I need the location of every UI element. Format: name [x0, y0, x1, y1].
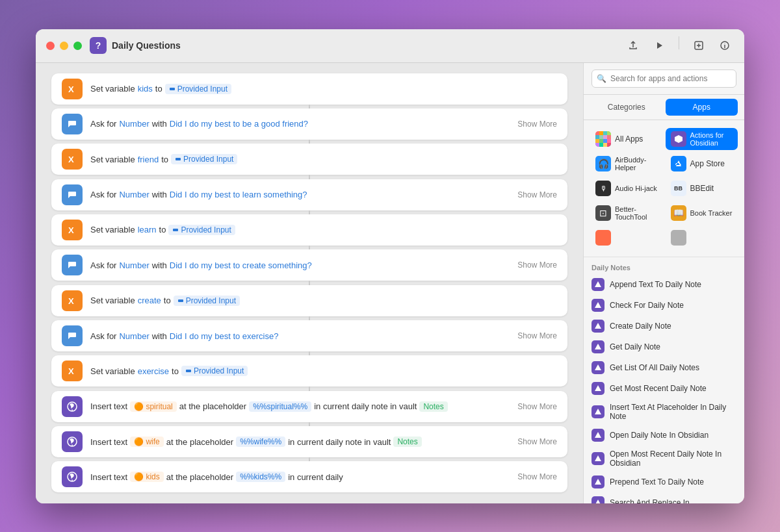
step-content: Ask for Number with Did I do my best to …	[90, 119, 510, 129]
minimize-button[interactable]	[60, 42, 68, 50]
step-content: Set variable create to Provided Input	[90, 296, 557, 306]
show-more-btn[interactable]: Show More	[517, 190, 557, 199]
svg-rect-17	[599, 131, 603, 135]
step-icon-ask	[62, 114, 83, 134]
step-content: Set variable kids to Provided Input	[90, 84, 557, 94]
svg-marker-0	[657, 42, 662, 49]
airbuddy-icon: 🎧	[595, 156, 611, 171]
action-icon	[592, 340, 604, 353]
more-app-icon1	[595, 230, 611, 246]
svg-rect-16	[595, 131, 599, 135]
action-insert-placeholder[interactable]: Insert Text At Placeholder In Daily Note	[584, 399, 744, 425]
sidebar-item-obsidian[interactable]: Actions for Obsidian	[666, 128, 738, 150]
step-content: Insert text 🟠 kids at the placeholder %%…	[90, 472, 510, 482]
action-check-daily[interactable]: Check For Daily Note	[584, 295, 744, 316]
add-to-dock-button[interactable]	[690, 36, 708, 55]
action-label: Get Most Recent Daily Note	[610, 384, 707, 393]
allapps-icon	[595, 131, 611, 147]
input-chip: Provided Input	[168, 225, 235, 235]
step-set-variable-create: X Set variable create to Provided Input	[51, 285, 567, 316]
svg-text:X: X	[68, 296, 74, 306]
show-more-btn[interactable]: Show More	[517, 472, 557, 481]
show-more-btn[interactable]: Show More	[517, 260, 557, 270]
maximize-button[interactable]	[73, 42, 82, 50]
bbedit-icon: BB	[671, 181, 686, 196]
more-app-icon2	[671, 230, 686, 246]
connector	[309, 386, 310, 390]
action-get-most-recent[interactable]: Get Most Recent Daily Note	[584, 378, 744, 399]
action-create-daily[interactable]: Create Daily Note	[584, 316, 744, 336]
play-button[interactable]	[650, 36, 668, 55]
show-more-btn[interactable]: Show More	[517, 437, 557, 446]
action-get-daily[interactable]: Get Daily Note	[584, 336, 744, 357]
step-text2: to	[155, 84, 162, 94]
tab-apps[interactable]: Apps	[666, 99, 738, 116]
action-icon	[592, 475, 604, 488]
sidebar-content: All Apps Actions for Obsidian 🎧	[584, 120, 744, 503]
connector	[309, 105, 310, 108]
step-content: Set variable learn to Provided Input	[90, 225, 557, 235]
input-chip: Provided Input	[174, 296, 240, 306]
sidebar-item-bettertouchtool[interactable]: ⊡ Better-TouchTool	[590, 202, 663, 224]
show-more-btn[interactable]: Show More	[517, 402, 557, 411]
svg-rect-20	[595, 135, 599, 139]
action-label: Search And Replace In	[610, 498, 690, 503]
svg-text:X: X	[68, 366, 74, 376]
obsidian-icon	[671, 131, 686, 147]
input-chip: Provided Input	[181, 366, 248, 376]
svg-rect-19	[607, 131, 611, 135]
show-more-btn[interactable]: Show More	[517, 331, 557, 340]
share-button[interactable]	[624, 36, 642, 55]
close-button[interactable]	[46, 42, 55, 50]
app-label: Book Tracker	[690, 209, 733, 217]
svg-rect-22	[603, 135, 607, 139]
variable-type: Number	[119, 331, 149, 341]
action-label: Prepend Text To Daily Note	[610, 477, 704, 487]
question-text: Did I do my best to learn something?	[170, 190, 307, 199]
sidebar-item-booktracker[interactable]: 📖 Book Tracker	[666, 202, 738, 224]
step-text: Set variable	[90, 296, 135, 305]
tab-categories[interactable]: Categories	[590, 99, 663, 116]
titlebar-actions	[624, 36, 734, 55]
action-get-list-all[interactable]: Get List Of All Daily Notes	[584, 357, 744, 378]
action-open-daily[interactable]: Open Daily Note In Obsidian	[584, 425, 744, 446]
action-icon	[592, 496, 604, 503]
input-chip: Provided Input	[171, 154, 237, 164]
action-append-text[interactable]: Append Text To Daily Note	[584, 274, 744, 295]
info-button[interactable]	[716, 36, 734, 55]
sidebar-item-bbedit[interactable]: BB BBEdit	[666, 177, 738, 199]
action-label: Open Most Recent Daily Note In Obsidian	[610, 450, 736, 468]
workflow-panel: X Set variable kids to Provided Input	[36, 63, 583, 503]
search-input[interactable]	[592, 70, 736, 88]
connector	[309, 175, 310, 179]
action-label: Insert Text At Placeholder In Daily Note	[610, 403, 736, 421]
bettertouchtool-icon: ⊡	[595, 205, 611, 221]
variable-name: kids	[138, 84, 153, 94]
action-open-most-recent[interactable]: Open Most Recent Daily Note In Obsidian	[584, 446, 744, 472]
sidebar-item-appstore[interactable]: App Store	[666, 153, 738, 175]
main-content: X Set variable kids to Provided Input	[36, 63, 744, 503]
svg-rect-10	[178, 299, 183, 302]
step-text3: in current daily note in vault	[314, 401, 417, 411]
sidebar-item-audiohijack[interactable]: 🎙 Audio Hi-jack	[590, 177, 663, 199]
sidebar-item-airbuddy[interactable]: 🎧 AirBuddy-Helper	[590, 153, 663, 175]
step-text2: with	[152, 331, 167, 341]
appstore-icon	[671, 156, 686, 171]
sidebar-item-more1[interactable]	[590, 227, 663, 249]
step-ask-create: Ask for Number with Did I do my best to …	[51, 249, 567, 281]
sidebar-item-allapps[interactable]: All Apps	[590, 128, 663, 150]
step-content: Ask for Number with Did I do my best to …	[90, 190, 510, 199]
step-set-variable-kids: X Set variable kids to Provided Input	[51, 73, 567, 105]
daily-notes-header: Daily Notes	[584, 260, 744, 274]
variable-type: Number	[119, 260, 149, 270]
step-text2: with	[152, 190, 167, 199]
action-label: Open Daily Note In Obsidian	[610, 431, 708, 440]
show-more-btn[interactable]: Show More	[517, 120, 557, 129]
step-text: Ask for	[90, 260, 116, 270]
action-search-replace[interactable]: Search And Replace In	[584, 492, 744, 503]
search-bar: 🔍	[584, 63, 744, 95]
svg-rect-6	[176, 158, 181, 160]
sidebar-item-more2[interactable]	[666, 227, 738, 249]
step-text3: in current daily note in vault	[288, 437, 391, 447]
action-prepend-text[interactable]: Prepend Text To Daily Note	[584, 472, 744, 492]
